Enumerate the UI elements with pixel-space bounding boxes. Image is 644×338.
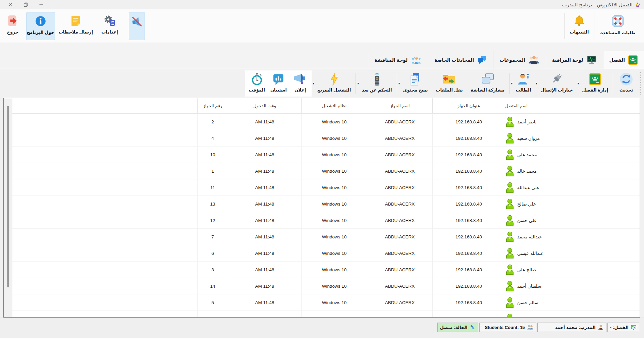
row-filler [12, 147, 197, 163]
remote-control-button[interactable]: التحكم عن بعد ▾ [357, 70, 396, 97]
tab-discussion-panel[interactable]: لوحة المناقشة [368, 51, 428, 69]
column-header-device[interactable]: اسم الجهاز [367, 98, 432, 113]
status-connection-cell: الحالة: متصل [437, 323, 478, 332]
minimize-window-icon[interactable] [38, 2, 44, 8]
table-row[interactable]: سالم حسن 192.168.8.40 ABDU-ACERX Windows… [12, 294, 640, 311]
note-icon [70, 15, 82, 27]
login-time: AM 11:48 [228, 114, 301, 130]
table-row[interactable]: صالح علي 192.168.8.40 ABDU-ACERX Windows… [12, 262, 640, 278]
table-row[interactable]: علي صالح 192.168.8.40 ABDU-ACERX Windows… [12, 196, 640, 212]
student-button[interactable]: الطالب ▾ [510, 70, 535, 97]
device-number: 11 [197, 179, 228, 196]
status-class-cell: الفصل: - [607, 323, 639, 332]
class-management-button[interactable]: إدارة الفصل ▾ [577, 70, 612, 97]
student-name: علي عبدالله [517, 185, 539, 190]
chevron-down-icon[interactable]: ▾ [578, 81, 579, 85]
column-header-os[interactable]: نظام التشغيل [301, 98, 367, 113]
device-address: 192.168.8.40 [432, 147, 505, 163]
device-name [367, 311, 432, 317]
help-requests-button[interactable]: طلبات المساعدة [594, 12, 641, 40]
tab-strip: الفصل لوحة المراقبة المجموعات المحادثات … [0, 51, 644, 69]
column-header-number[interactable]: رقم الجهاز [197, 98, 228, 113]
lifebuoy-icon [611, 15, 624, 27]
table-row[interactable] [12, 311, 640, 317]
refresh-button[interactable]: تحديث [614, 70, 639, 97]
survey-button[interactable]: استبيان [268, 70, 289, 97]
tab-monitoring-panel[interactable]: لوحة المراقبة [546, 51, 603, 69]
device-number [197, 311, 228, 317]
chevron-down-icon[interactable]: ▾ [511, 81, 513, 85]
mute-button[interactable] [129, 12, 145, 40]
login-time: AM 11:48 [228, 212, 301, 229]
screens-icon [481, 72, 494, 86]
tab-private-chats[interactable]: المحادثات الخاصة [428, 51, 493, 69]
device-number: 10 [197, 147, 228, 163]
chevron-down-icon[interactable]: ▾ [313, 81, 314, 85]
settings-button[interactable]: إعدادات [95, 12, 124, 40]
monitor-icon [586, 55, 597, 65]
device-number: 3 [197, 262, 228, 278]
column-header-login[interactable]: وقت الدخول [228, 98, 301, 113]
ribbon-drag-handle[interactable] [640, 72, 641, 95]
device-name: ABDU-ACERX [367, 147, 432, 163]
chevron-down-icon[interactable]: ▾ [357, 81, 359, 85]
login-time: AM 11:48 [228, 179, 301, 196]
notifications-button[interactable]: التنبيهات [565, 12, 594, 40]
table-row[interactable]: علي عبدالله 192.168.8.40 ABDU-ACERX Wind… [12, 179, 640, 196]
timer-button[interactable]: المؤقت [246, 70, 267, 97]
students-count-icon [527, 324, 534, 330]
device-number: 5 [197, 294, 228, 311]
device-address: 192.168.8.40 [432, 196, 505, 212]
screen-share-button[interactable]: مشاركة الشاشة [467, 70, 509, 97]
green-person-icon [505, 313, 515, 317]
green-person-icon [505, 116, 515, 127]
device-name: ABDU-ACERX [367, 114, 432, 130]
about-button[interactable]: حول البرنامج [26, 12, 55, 40]
green-person-icon [505, 132, 515, 144]
table-row[interactable]: محمد خالد 192.168.8.40 ABDU-ACERX Window… [12, 163, 640, 179]
table-row[interactable]: محمد علي 192.168.8.40 ABDU-ACERX Windows… [12, 147, 640, 163]
exit-button[interactable]: خروج [2, 12, 23, 40]
operating-system: Windows 10 [301, 229, 367, 245]
device-number: 7 [197, 229, 228, 245]
table-row[interactable]: علي حسن 192.168.8.40 ABDU-ACERX Windows … [12, 212, 640, 229]
row-filler [12, 245, 197, 262]
table-row[interactable]: عبدالله محمد 192.168.8.40 ABDU-ACERX Win… [12, 229, 640, 245]
column-header-name[interactable]: اسم المتصل [505, 98, 640, 113]
green-person-icon [505, 149, 515, 160]
quick-launch-button[interactable]: التشغيل السريع ▾ [312, 70, 355, 97]
student-name: ناصر أحمد [517, 119, 537, 124]
muted-speaker-icon [130, 15, 144, 29]
connection-options-button[interactable]: خيارات الإتصال ▾ [535, 70, 577, 97]
row-filler [12, 130, 197, 147]
row-filler [12, 294, 197, 311]
status-bar: الفصل: - المدرب: محمد أحمد Students Coun… [0, 322, 644, 333]
tab-groups[interactable]: المجموعات [493, 51, 546, 69]
status-class-label: الفصل: - [610, 325, 629, 330]
announcement-button[interactable]: إعلان [289, 70, 311, 97]
file-transfer-button[interactable]: نقل الملفات [432, 70, 467, 97]
table-row[interactable]: عبدالله عيسى 192.168.8.40 ABDU-ACERX Win… [12, 245, 640, 262]
chevron-down-icon[interactable]: ▾ [536, 81, 537, 85]
device-address: 192.168.8.40 [432, 130, 505, 147]
scrollbar-thumb[interactable] [7, 106, 9, 287]
gear-icon [103, 15, 116, 27]
table-row[interactable]: مروان سعيد 192.168.8.40 ABDU-ACERX Windo… [12, 130, 640, 147]
restore-window-icon[interactable] [23, 2, 29, 8]
vertical-scrollbar[interactable] [4, 98, 12, 317]
status-trainer-cell: المدرب: محمد أحمد [537, 323, 606, 332]
green-person-icon [505, 280, 515, 292]
table-row[interactable]: سلطان أحمد 192.168.8.40 ABDU-ACERX Windo… [12, 278, 640, 294]
login-time: AM 11:48 [228, 245, 301, 262]
bell-icon [573, 15, 585, 27]
close-window-icon[interactable] [7, 2, 13, 8]
copy-content-button[interactable]: نسخ محتوى ▾ [398, 70, 432, 97]
green-person-icon [505, 198, 515, 210]
column-header-address[interactable]: عنوان الجهاز [432, 98, 505, 113]
table-row[interactable]: ناصر أحمد 192.168.8.40 ABDU-ACERX Window… [12, 114, 640, 130]
tab-class[interactable]: الفصل [603, 51, 644, 69]
green-person-icon [505, 165, 515, 177]
device-number: 4 [197, 130, 228, 147]
send-feedback-button[interactable]: إرسال ملاحظات [58, 12, 94, 40]
chevron-down-icon[interactable]: ▾ [398, 81, 400, 85]
